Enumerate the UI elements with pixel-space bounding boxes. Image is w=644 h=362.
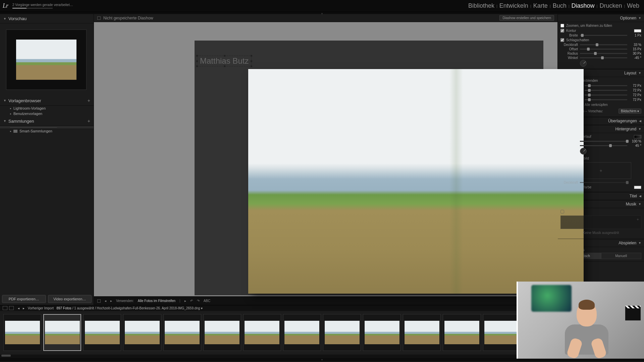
slide-photo[interactable] xyxy=(248,69,584,294)
film-thumb[interactable] xyxy=(403,314,441,351)
module-drucken[interactable]: Drucken xyxy=(597,2,624,9)
bg-image-opacity-slider[interactable] xyxy=(580,182,627,183)
play-button[interactable]: ▸ xyxy=(184,299,186,303)
film-thumb[interactable] xyxy=(443,314,481,351)
film-thumb[interactable] xyxy=(323,314,361,351)
background-header[interactable]: Hintergrund xyxy=(615,127,636,131)
film-thumb[interactable] xyxy=(243,314,281,351)
activity-indicator: 2 Vorgänge werden gerade verarbeitet… xyxy=(12,3,73,9)
export-pdf-button[interactable]: PDF exportieren… xyxy=(2,295,46,303)
use-dropdown[interactable]: Alle Fotos im Filmstreifen xyxy=(138,299,175,303)
shadow-check[interactable]: Schlagschatten xyxy=(560,38,641,43)
kontur-check[interactable]: Kontur xyxy=(560,28,641,33)
disclosure-icon[interactable]: ▼ xyxy=(638,71,641,75)
export-video-button[interactable]: Video exportieren… xyxy=(48,295,92,303)
create-save-slideshow-button[interactable]: Diashow erstellen und speichern xyxy=(499,15,554,21)
disclosure-icon[interactable]: ▼ xyxy=(638,202,641,206)
shadow-angle-slider[interactable] xyxy=(580,57,627,58)
preview-thumbnail xyxy=(16,40,76,80)
add-template-button[interactable]: + xyxy=(88,98,90,103)
guides-unten-slider[interactable] xyxy=(585,99,627,100)
disclosure-icon[interactable]: ▼ xyxy=(638,241,641,245)
film-thumb-selected[interactable] xyxy=(43,314,81,351)
rotate-ccw-button[interactable]: ↶ xyxy=(190,299,193,303)
film-thumb[interactable] xyxy=(363,314,401,351)
center-toolbar: ◂ ▸ Verwenden: Alle Fotos im Filmstreife… xyxy=(94,296,557,305)
add-text-button[interactable]: ABC xyxy=(204,299,211,303)
disclosure-icon[interactable]: ▼ xyxy=(3,99,6,102)
options-header[interactable]: Optionen xyxy=(620,16,636,20)
shadow-radius-slider[interactable] xyxy=(580,53,627,54)
slide-canvas[interactable]: Matthias Butz xyxy=(94,22,557,296)
module-diashow[interactable]: Diashow xyxy=(570,2,597,9)
module-entwickeln[interactable]: Entwickeln xyxy=(497,2,530,9)
disclosure-icon[interactable]: ▼ xyxy=(638,16,641,20)
shadow-angle-knob[interactable] xyxy=(580,60,587,67)
disclosure-icon[interactable]: ▼ xyxy=(638,127,641,131)
film-thumb[interactable] xyxy=(163,314,201,351)
disclosure-icon[interactable]: ◀ xyxy=(639,119,641,123)
module-buch[interactable]: Buch xyxy=(551,2,569,9)
add-music-button[interactable]: + xyxy=(637,217,639,222)
title-header[interactable]: Titel xyxy=(630,194,637,198)
layout-header[interactable]: Layout xyxy=(624,71,636,75)
gradient-opacity-slider[interactable] xyxy=(580,141,627,142)
film-thumb[interactable] xyxy=(483,314,521,351)
shadow-opacity-slider[interactable] xyxy=(580,44,627,45)
slideshow-title: Nicht gespeicherte Diashow xyxy=(103,16,153,20)
module-karte[interactable]: Karte xyxy=(531,2,550,9)
film-thumb[interactable] xyxy=(83,314,121,351)
gradient-angle-slider[interactable] xyxy=(580,145,627,146)
add-collection-button[interactable]: + xyxy=(88,118,90,124)
smart-collection-icon xyxy=(13,130,17,133)
new-collection-row[interactable] xyxy=(0,126,94,128)
prev-slide-button[interactable]: ◂ xyxy=(105,299,106,303)
guides-oben-slider[interactable] xyxy=(585,95,627,96)
zoom-to-fill-check[interactable]: Zoomen, um Rahmen zu füllen xyxy=(560,23,641,28)
bg-color-swatch[interactable] xyxy=(634,186,641,189)
overlays-header[interactable]: Überlagerungen xyxy=(608,119,637,123)
film-thumb[interactable] xyxy=(3,314,41,351)
music-enable-toggle[interactable] xyxy=(560,210,564,214)
aspect-ratio-dropdown[interactable]: Bildschirm ▾ xyxy=(619,109,641,114)
module-web[interactable]: Web xyxy=(625,2,641,9)
go-forward-button[interactable]: ▸ xyxy=(23,306,24,310)
film-thumb[interactable] xyxy=(283,314,321,351)
second-window-button[interactable] xyxy=(3,306,7,310)
film-thumb[interactable] xyxy=(123,314,161,351)
identity-text-overlay[interactable]: Matthias Butz xyxy=(197,56,252,66)
templates-user-folder[interactable]: ▸Benutzervorlagen xyxy=(0,111,94,116)
templates-panel-header[interactable]: ▼ Vorlagenbrowser + xyxy=(0,96,94,106)
gradient-angle-knob[interactable] xyxy=(580,148,587,155)
slideshow-preview-toggle[interactable] xyxy=(97,16,101,20)
gradient-color-swatch[interactable] xyxy=(634,135,641,138)
smart-collections-folder[interactable]: ▸ Smart-Sammlungen xyxy=(0,128,94,134)
disclosure-icon[interactable]: ▼ xyxy=(3,119,6,123)
guides-rechts-slider[interactable] xyxy=(585,90,627,91)
kontur-width-slider[interactable] xyxy=(580,35,627,36)
kontur-color-swatch[interactable] xyxy=(634,29,641,33)
guides-links-slider[interactable] xyxy=(585,85,627,86)
go-back-button[interactable]: ◂ xyxy=(18,306,19,310)
stop-button[interactable] xyxy=(97,299,101,303)
center-header: Nicht gespeicherte Diashow Diashow erste… xyxy=(94,14,557,22)
module-bibliothek[interactable]: Bibliothek xyxy=(466,2,496,9)
preview-panel-header[interactable]: ▼ Vorschau xyxy=(0,14,94,23)
film-thumb[interactable] xyxy=(203,314,241,351)
module-picker: Bibliothek| Entwickeln| Karte| Buch| Dia… xyxy=(466,2,641,9)
templates-lightroom-folder[interactable]: ▸Lightroom-Vorlagen xyxy=(0,106,94,111)
rotate-cw-button[interactable]: ↷ xyxy=(197,299,200,303)
shadow-offset-slider[interactable] xyxy=(580,49,627,50)
next-slide-button[interactable]: ▸ xyxy=(110,299,112,303)
preview-thumbnail-box xyxy=(0,23,94,96)
activity-progress xyxy=(12,8,53,9)
mode-manual-tab[interactable]: Manuell xyxy=(601,253,642,259)
music-header[interactable]: Musik xyxy=(626,202,636,206)
collections-panel-header[interactable]: ▼ Sammlungen + xyxy=(0,116,94,126)
play-header[interactable]: Abspielen xyxy=(619,241,636,245)
disclosure-icon[interactable]: ▼ xyxy=(3,17,6,20)
music-tracklist[interactable]: + xyxy=(560,216,641,229)
new-collection-name-input[interactable] xyxy=(10,127,57,128)
grid-view-button[interactable] xyxy=(9,306,14,310)
disclosure-icon[interactable]: ◀ xyxy=(639,194,641,198)
